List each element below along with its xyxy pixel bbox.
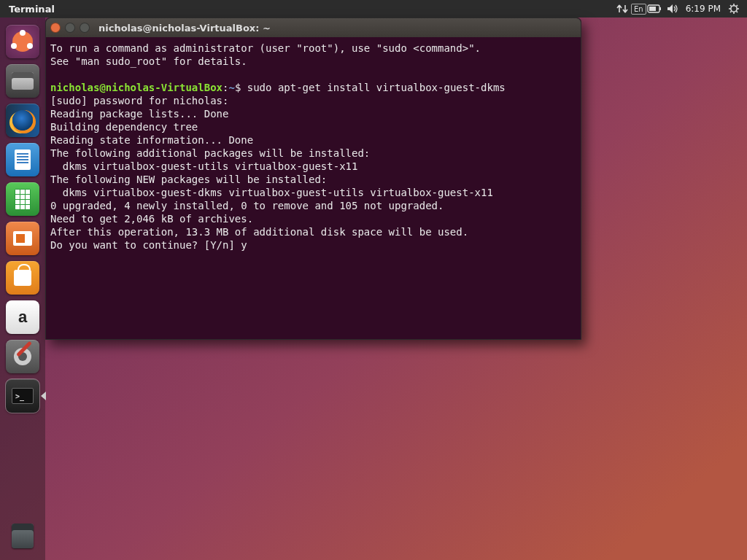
launcher-item-firefox[interactable] — [4, 102, 41, 139]
svg-rect-1 — [659, 7, 661, 10]
launcher-item-files[interactable] — [4, 63, 41, 99]
impress-icon — [13, 231, 32, 246]
system-menu-icon[interactable] — [725, 0, 743, 18]
window-titlebar[interactable]: nicholas@nicholas-VirtualBox: ~ — [46, 18, 581, 37]
window-maximize-button[interactable] — [80, 23, 90, 33]
svg-line-11 — [730, 11, 732, 12]
launcher-item-settings[interactable] — [4, 338, 41, 375]
files-icon — [12, 72, 34, 90]
calc-icon — [15, 189, 31, 209]
launcher-item-calc[interactable] — [4, 181, 41, 217]
sound-indicator-icon[interactable] — [664, 0, 681, 18]
terminal-icon: >_ — [12, 388, 34, 404]
launcher-item-terminal[interactable]: >_ — [4, 378, 41, 414]
input-source-indicator[interactable]: En — [631, 4, 646, 15]
svg-line-9 — [736, 11, 738, 12]
writer-icon — [15, 149, 31, 170]
firefox-icon — [12, 110, 33, 131]
window-close-button[interactable] — [50, 23, 61, 33]
shopping-bag-icon — [14, 270, 31, 286]
launcher: a >_ — [0, 18, 45, 560]
ubuntu-logo-icon — [12, 31, 33, 52]
trash-icon — [12, 524, 34, 548]
launcher-item-amazon[interactable]: a — [4, 299, 41, 335]
launcher-item-writer[interactable] — [4, 141, 41, 178]
launcher-item-trash[interactable] — [6, 519, 39, 553]
launcher-item-dash[interactable] — [4, 23, 41, 60]
amazon-icon: a — [18, 308, 27, 327]
svg-line-10 — [736, 5, 738, 7]
svg-rect-2 — [649, 7, 656, 11]
active-app-arrow-icon — [41, 392, 46, 400]
network-indicator-icon[interactable] — [614, 0, 631, 18]
window-title: nicholas@nicholas-VirtualBox: ~ — [94, 23, 576, 34]
terminal-window: nicholas@nicholas-VirtualBox: ~ To run a… — [45, 18, 581, 340]
launcher-item-software[interactable] — [4, 260, 41, 296]
clock[interactable]: 6:19 PM — [681, 4, 725, 14]
window-minimize-button[interactable] — [65, 23, 75, 33]
svg-line-8 — [730, 5, 732, 7]
launcher-item-impress[interactable] — [4, 220, 41, 257]
terminal-output[interactable]: To run a command as administrator (user … — [46, 37, 581, 339]
battery-indicator-icon[interactable] — [646, 0, 664, 18]
active-app-name: Terminal — [4, 4, 55, 15]
menu-bar: Terminal En 6:19 PM — [0, 0, 747, 18]
svg-point-3 — [731, 6, 737, 12]
